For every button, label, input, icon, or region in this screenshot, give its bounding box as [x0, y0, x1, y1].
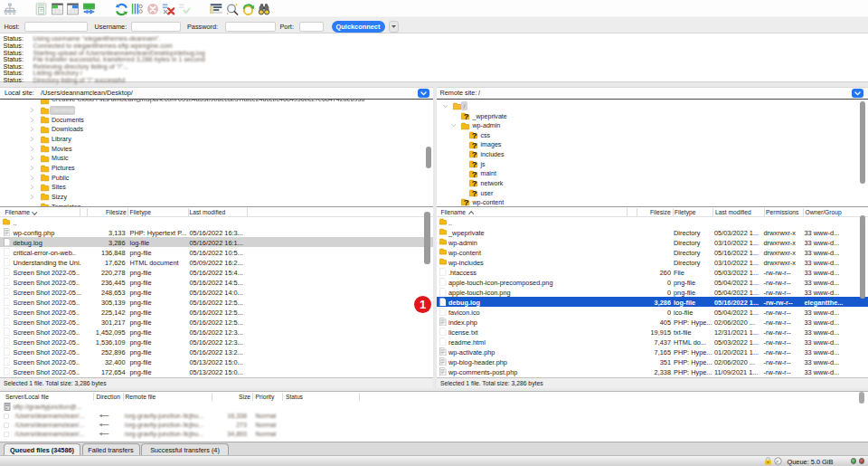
- svg-text:?: ?: [464, 198, 469, 206]
- svg-text:?: ?: [472, 159, 477, 169]
- svg-text:?: ?: [472, 178, 477, 188]
- svg-text:?: ?: [472, 140, 477, 150]
- svg-text:?: ?: [464, 111, 469, 121]
- svg-text:?: ?: [472, 149, 477, 159]
- svg-text:?: ?: [472, 169, 477, 179]
- svg-text:?: ?: [472, 130, 477, 140]
- svg-text:?: ?: [472, 188, 477, 198]
